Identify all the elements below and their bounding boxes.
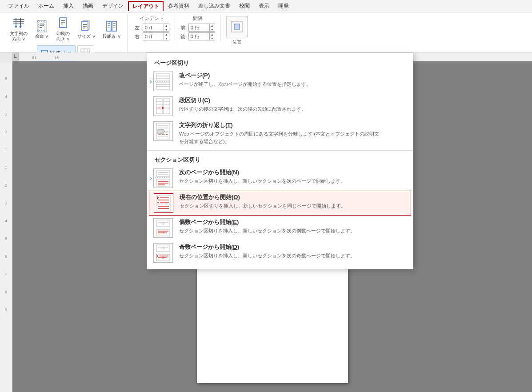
ruler-side-left: [0, 52, 12, 61]
spacing-before-up[interactable]: ▲: [210, 24, 215, 28]
indent-right-row: 右: 0 iT ▲ ▼: [135, 32, 169, 40]
columns-button[interactable]: 段組み ∨: [100, 18, 124, 41]
menubar: ファイル ホーム 挿入 描画 デザイン レイアウト 参考資料 差し込み文書 校閲…: [0, 0, 532, 12]
indent-right-value: 0 iT: [143, 34, 164, 39]
continuous-title: 現在の位置から開始(O): [180, 193, 346, 201]
page-break-text: 改ページ(P) ページが終了し、次のページが開始する位置を指定します。: [179, 72, 311, 88]
page-break-header: ページ区切り: [147, 56, 413, 69]
text-wrap-item[interactable]: › 文字列の折り返し(T) Web ページのオブジ: [147, 119, 413, 148]
indent-before-label: 左:: [135, 24, 141, 31]
svg-rect-24: [107, 21, 111, 31]
menu-file[interactable]: ファイル: [4, 0, 34, 12]
indent-left-input[interactable]: 0 iT ▲ ▼: [143, 24, 169, 32]
menu-draw[interactable]: 描画: [78, 0, 98, 12]
v-ruler-7b: 7: [5, 272, 7, 276]
margins-button[interactable]: 余白 ∨: [32, 18, 52, 41]
column-break-text: 段区切り(C) 段区切りの後の文字列は、次の段の先頭に配置されます。: [179, 96, 306, 113]
orientation-button[interactable]: 印刷の向き ∨: [53, 15, 73, 44]
orientation-label: 印刷の向き ∨: [56, 31, 70, 42]
margins-label: 余白 ∨: [35, 34, 49, 39]
v-ruler-4b: 4: [5, 219, 7, 223]
svg-rect-74: [157, 195, 170, 211]
column-break-item[interactable]: › 段区切り(C) 段区切りの後の文字列は、次の段の先頭に配置されます。: [147, 94, 413, 119]
page-break-item[interactable]: › 改ページ(P) ページが終了し、次のページが開始する位置を指定します。: [147, 69, 413, 94]
v-ruler-5: 5: [5, 76, 7, 81]
indent-left-down[interactable]: ▼: [164, 28, 169, 32]
ribbon-buttons-row: 文字列の方向 ∨ 余白 ∨: [7, 15, 124, 44]
menu-mailings[interactable]: 差し込み文書: [194, 0, 235, 12]
even-page-item[interactable]: › -2- -4- 偶数ページから開始(E) セクション区切りを挿入し、新しいセ…: [147, 216, 413, 240]
svg-rect-41: [234, 24, 240, 29]
menu-references[interactable]: 参考資料: [164, 0, 194, 12]
spacing-after-input[interactable]: 0 行 ▲ ▼: [188, 32, 215, 40]
page-break-icon: [153, 72, 173, 91]
indent-right-up[interactable]: ▲: [164, 32, 169, 36]
indent-right-input[interactable]: 0 iT ▲ ▼: [143, 32, 169, 40]
v-ruler-2b: 2: [5, 183, 7, 188]
column-break-desc: 段区切りの後の文字列は、次の段の先頭に配置されます。: [179, 105, 306, 113]
svg-rect-50: [156, 99, 163, 114]
columns-icon: [104, 20, 119, 34]
next-page-item[interactable]: › 次のページから開始(N) セクション区切りを挿入し、新しいセクションを次のペ…: [147, 166, 413, 191]
text-wrap-icon: [153, 121, 173, 141]
v-ruler-3: 3: [5, 112, 7, 116]
spacing-before-down[interactable]: ▼: [210, 28, 215, 32]
breaks-dropdown: ページ区切り › 改ページ(P) ページが終了し、次のページが開始する位置を指定…: [147, 52, 413, 269]
spacing-before-label: 前:: [180, 24, 187, 31]
orientation-icon: [56, 17, 70, 31]
position-button[interactable]: [226, 16, 248, 37]
menu-design[interactable]: デザイン: [98, 0, 128, 12]
svg-rect-43: [156, 74, 170, 81]
menu-layout[interactable]: レイアウト: [128, 1, 164, 11]
v-ruler-1b: 1: [5, 165, 7, 170]
menu-view[interactable]: 表示: [254, 0, 274, 12]
menu-developer[interactable]: 開発: [274, 0, 293, 12]
position-icon: [230, 20, 244, 34]
odd-page-icon: -1- -3-: [153, 243, 173, 263]
size-icon: [79, 20, 93, 34]
continuous-icon: [154, 193, 173, 213]
spacing-after-up[interactable]: ▲: [210, 32, 215, 36]
v-ruler-2: 2: [5, 130, 7, 134]
v-ruler-4: 4: [5, 94, 7, 99]
odd-page-title: 奇数ページから開始(D): [179, 243, 355, 251]
indent-right-arrows: ▲ ▼: [164, 32, 169, 40]
continuous-item[interactable]: › 現在の位置から開始(O): [149, 191, 411, 216]
next-page-text: 次のページから開始(N) セクション区切りを挿入し、新しいセクションを次のページ…: [179, 168, 345, 185]
section-divider: [147, 150, 413, 151]
next-page-title: 次のページから開始(N): [179, 168, 345, 176]
spacing-before-input[interactable]: 0 行 ▲ ▼: [188, 24, 215, 32]
spacing-after-down[interactable]: ▼: [210, 36, 215, 40]
svg-marker-3: [19, 26, 22, 28]
menu-home[interactable]: ホーム: [34, 0, 59, 12]
continuous-text: 現在の位置から開始(O) セクション区切りを挿入し、新しいセクションを同じページ…: [180, 193, 346, 210]
menu-review[interactable]: 校閲: [235, 0, 254, 12]
svg-rect-51: [164, 99, 170, 114]
spacing-section: 間隔 前: 0 行 ▲ ▼ 後: 0 行 ▲ ▼: [175, 15, 221, 41]
continuous-desc: セクション区切りを挿入し、新しいセクションを同じページで開始します。: [180, 202, 346, 210]
even-page-title: 偶数ページから開始(E): [179, 218, 355, 226]
text-wrap-text: 文字列の折り返し(T) Web ページのオブジェクトの周囲にある文字列を分離しま…: [179, 121, 384, 145]
svg-text:-2-: -2-: [161, 221, 165, 225]
ribbon-indent-spacing: インデント 左: 0 iT ▲ ▼ 右: 0 iT ▲ ▼: [129, 14, 528, 47]
page-break-title: 改ページ(P): [179, 72, 311, 80]
even-page-desc: セクション区切りを挿入し、新しいセクションを次の偶数ページで開始します。: [179, 227, 355, 235]
indent-left-up[interactable]: ▲: [164, 24, 169, 28]
menu-insert[interactable]: 挿入: [59, 0, 78, 12]
odd-page-item[interactable]: › -1- -3- 奇数ページから開始(D) セクション区切りを挿入し、新しいセ…: [147, 240, 413, 265]
column-break-icon: [153, 96, 173, 116]
indent-right-down[interactable]: ▼: [164, 36, 169, 40]
svg-text:-1-: -1-: [161, 246, 165, 250]
svg-marker-1: [15, 26, 17, 28]
size-button[interactable]: サイズ ∨: [75, 18, 98, 41]
v-ruler-5b: 5: [5, 236, 7, 241]
next-page-icon: [153, 168, 173, 188]
indent-left-arrows: ▲ ▼: [164, 24, 169, 32]
text-wrap-desc: Web ページのオブジェクトの周囲にある文字列を分離します (本文とオブジェクト…: [179, 130, 384, 145]
text-direction-button[interactable]: 文字列の方向 ∨: [7, 15, 30, 44]
odd-page-text: 奇数ページから開始(D) セクション区切りを挿入し、新しいセクションを次の奇数ペ…: [179, 243, 355, 260]
v-ruler-3b: 3: [5, 201, 7, 205]
text-direction-icon: [12, 17, 26, 31]
indent-section: インデント 左: 0 iT ▲ ▼ 右: 0 iT ▲ ▼: [129, 15, 175, 41]
v-ruler-6b: 6: [5, 254, 7, 259]
